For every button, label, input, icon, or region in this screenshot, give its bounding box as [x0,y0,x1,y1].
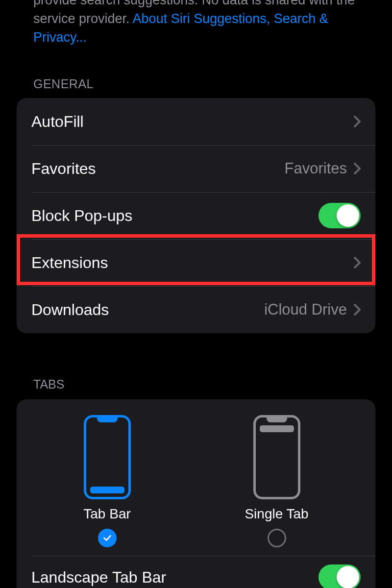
section-header-tabs: Tabs [0,377,392,392]
block-popups-label: Block Pop-ups [31,207,132,225]
chevron-right-icon [354,163,361,174]
favorites-row[interactable]: Favorites Favorites [17,145,375,192]
toggle-knob [337,566,359,588]
extensions-label: Extensions [31,254,108,272]
landscape-tab-bar-label: Landscape Tab Bar [31,568,166,587]
block-popups-row: Block Pop-ups [17,192,375,239]
autofill-row[interactable]: AutoFill [17,98,375,145]
desc-line: provide search suggestions. No data is s… [33,0,333,7]
single-tab-phone-icon [253,415,300,499]
tab-layout-options: Tab Bar Single Tab [17,415,375,556]
downloads-row[interactable]: Downloads iCloud Drive [17,286,375,333]
single-tab-label: Single Tab [245,506,308,522]
general-group: AutoFill Favorites Favorites Block Pop-u… [17,98,375,333]
favorites-value: Favorites [285,160,347,177]
chevron-right-icon [354,304,361,316]
downloads-label: Downloads [31,301,109,319]
chevron-right-icon [354,257,361,269]
favorites-label: Favorites [31,160,96,178]
tab-bar-radio[interactable] [98,529,117,547]
tab-bar-phone-icon [84,415,131,499]
tab-bar-label: Tab Bar [83,506,131,522]
section-header-general: General [0,77,392,91]
chevron-right-icon [354,116,361,127]
autofill-label: AutoFill [31,113,84,131]
extensions-row[interactable]: Extensions [17,239,375,286]
block-popups-toggle[interactable] [318,203,361,228]
tabs-group: Tab Bar Single Tab Landscape Tab Bar [17,399,375,588]
tab-bar-option[interactable]: Tab Bar [83,415,131,547]
single-tab-option[interactable]: Single Tab [245,415,308,547]
landscape-tab-bar-toggle[interactable] [318,564,361,588]
single-tab-radio[interactable] [268,529,286,547]
downloads-value: iCloud Drive [264,301,347,318]
landscape-tab-bar-row: Landscape Tab Bar [17,556,375,588]
toggle-knob [337,204,359,227]
siri-description-partial: provide search suggestions. No data is s… [0,0,392,47]
